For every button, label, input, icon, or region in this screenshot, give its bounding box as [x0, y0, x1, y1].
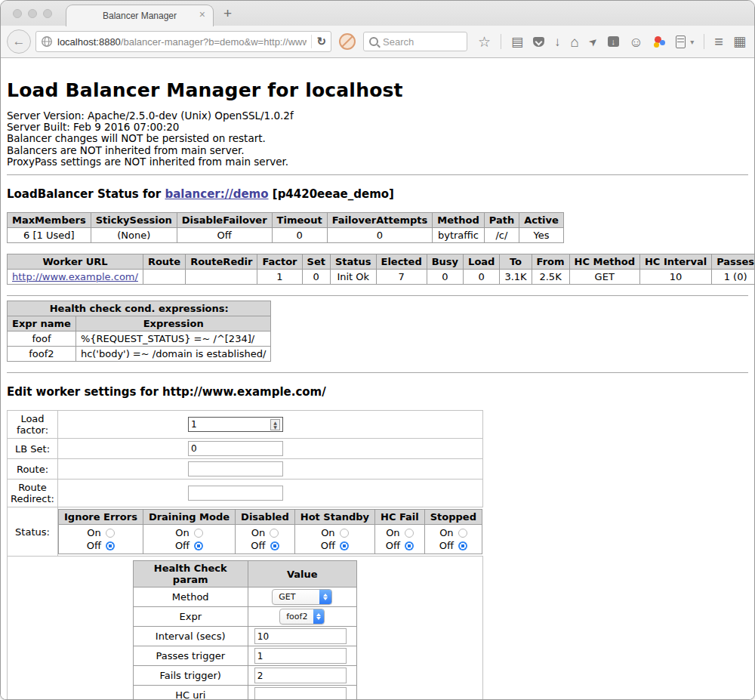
form-row: LB Set: [8, 439, 483, 459]
cell-status: Init Ok [330, 270, 376, 285]
form-row: Route Redirect: [8, 480, 483, 507]
radio-on[interactable] [270, 529, 279, 538]
cell-method: bytraffic [433, 228, 484, 243]
radio-off[interactable] [458, 541, 467, 550]
column-header: Route [143, 254, 185, 270]
radio-on[interactable] [194, 529, 203, 538]
cell-to: 3.1K [500, 270, 532, 285]
cell-factor: 1 [257, 270, 302, 285]
radio-on[interactable] [106, 529, 115, 538]
pocket-icon[interactable] [533, 37, 544, 47]
window-zoom-button[interactable] [43, 9, 52, 18]
url-divider [311, 35, 312, 48]
url-text: localhost:8880/balancer-manager?b=demo&w… [57, 36, 307, 48]
expr-select[interactable]: foof2 [279, 609, 325, 624]
balancer-demo-link[interactable]: balancer://demo [165, 187, 268, 201]
downloads-icon[interactable]: ↓ [554, 35, 561, 48]
edit-worker-form: Load factor: ▲▼ LB Set: Route: Route Red… [7, 410, 483, 700]
container-caret-icon[interactable]: ▾ [690, 38, 694, 46]
cell-routeredir [186, 270, 257, 285]
radio-on[interactable] [458, 529, 467, 538]
column-header: To [500, 254, 532, 270]
reading-list-icon[interactable]: ▤ [511, 35, 523, 48]
status-cell-disabled: On Off [236, 525, 295, 554]
balancer-status-heading: LoadBalancer Status for balancer://demo … [7, 187, 748, 201]
back-button[interactable]: ← [7, 29, 31, 54]
fails-label: Fails trigger) [133, 666, 248, 686]
column-header: Factor [257, 254, 302, 270]
interval-input[interactable] [254, 628, 347, 644]
status-label: Status: [8, 507, 58, 557]
cell-timeout: 0 [272, 228, 327, 243]
cell-path: /c/ [484, 228, 519, 243]
cell-set: 0 [302, 270, 330, 285]
load-factor-input[interactable] [188, 417, 283, 432]
hc-expressions-title: Health check cond. expressions: [8, 301, 271, 316]
feedback-smiley-icon[interactable]: ☺ [629, 35, 643, 48]
server-version-line: Server Version: Apache/2.5.0-dev (Unix) … [7, 110, 748, 122]
radio-off[interactable] [106, 541, 115, 550]
radio-off[interactable] [194, 541, 203, 550]
radio-off[interactable] [405, 541, 414, 550]
home-icon[interactable]: ⌂ [571, 35, 579, 48]
search-icon [369, 37, 378, 46]
number-stepper-icon[interactable]: ▲▼ [270, 419, 280, 430]
fails-input[interactable] [254, 668, 347, 683]
tab-groups-icon[interactable]: ▦ [733, 35, 746, 48]
tab-bar: Balancer Manager × + [1, 1, 754, 26]
column-header: Status [330, 254, 376, 270]
form-row: Health Check param Value Method GET [8, 557, 483, 700]
passes-label: Passes trigger [133, 646, 248, 666]
select-stepper-icon [319, 590, 331, 604]
new-tab-button[interactable]: + [223, 5, 232, 22]
hc-uri-input[interactable] [254, 687, 347, 700]
column-header: Draining Mode [143, 510, 235, 525]
bookmark-star-icon[interactable]: ☆ [478, 35, 491, 48]
table-row: foof %{REQUEST_STATUS} =~ /^[234]/ [8, 331, 271, 347]
window-close-button[interactable] [13, 9, 22, 18]
route-redirect-input[interactable] [188, 486, 283, 501]
column-header: From [532, 254, 569, 270]
lb-set-input[interactable] [188, 441, 283, 456]
cell-expr-name: foof2 [8, 347, 76, 362]
page-title: Load Balancer Manager for localhost [7, 79, 748, 101]
status-cell-hot-standby: On Off [294, 525, 374, 554]
multi-account-dots-icon[interactable] [653, 35, 666, 48]
close-tab-icon[interactable]: × [199, 9, 205, 20]
reload-icon[interactable]: ↻ [316, 35, 326, 48]
tab-balancer-manager[interactable]: Balancer Manager × [66, 5, 214, 26]
status-cell-stopped: On Off [424, 525, 482, 554]
menu-hamburger-icon[interactable]: ≡ [714, 35, 723, 48]
method-select[interactable]: GET [272, 589, 332, 605]
back-icon: ← [13, 34, 26, 49]
cell-disablefailover: Off [177, 228, 272, 243]
window-minimize-button[interactable] [28, 9, 37, 18]
form-row: Status: Ignore Errors Draining Mode Disa… [8, 507, 483, 557]
container-icon[interactable] [676, 35, 686, 48]
toolbar-buttons: ☆ ▤ ↓ ⌂ ➤ ↓ ☺ ▾ ≡ ▦ [478, 34, 748, 49]
table-row: foof2 hc('body') =~ /domain is establish… [8, 347, 271, 362]
radio-off[interactable] [340, 541, 349, 550]
send-tab-icon[interactable]: ➤ [586, 34, 601, 50]
status-cell-hc-fail: On Off [375, 525, 425, 554]
lb-set-label: LB Set: [8, 439, 58, 459]
panel-download-icon[interactable]: ↓ [608, 36, 619, 47]
radio-on[interactable] [405, 529, 414, 538]
health-check-param-table: Health Check param Value Method GET [133, 560, 357, 700]
cell-passes: 1 (0) [712, 270, 755, 285]
cell-maxmembers: 6 [1 Used] [8, 228, 91, 243]
hc-expressions-table: Health check cond. expressions: Expr nam… [7, 301, 271, 362]
content-block-icon[interactable] [339, 33, 356, 50]
cell-expression: %{REQUEST_STATUS} =~ /^[234]/ [76, 331, 271, 347]
passes-input[interactable] [254, 648, 347, 664]
radio-off[interactable] [270, 541, 279, 550]
radio-on[interactable] [340, 529, 349, 538]
persist-notice-line: Balancer changes will NOT be persisted o… [7, 133, 748, 144]
cell-hc-interval: 10 [639, 270, 711, 285]
load-factor-label: Load factor: [8, 411, 58, 439]
worker-url-link[interactable]: http://www.example.com/ [12, 271, 138, 282]
search-bar[interactable]: Search [363, 32, 467, 51]
route-input[interactable] [188, 461, 283, 476]
column-header: Disabled [236, 510, 295, 525]
url-bar[interactable]: localhost:8880/balancer-manager?b=demo&w… [35, 31, 331, 52]
